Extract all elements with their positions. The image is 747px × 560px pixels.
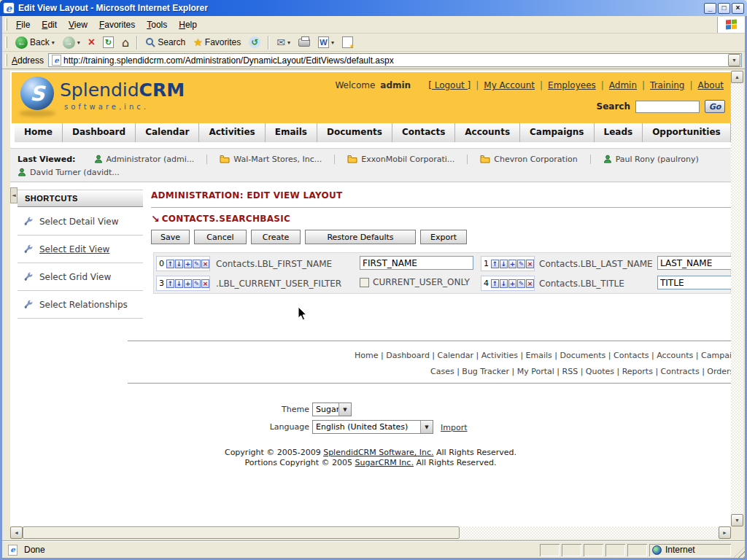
word-edit-button[interactable]: W ▾ xyxy=(315,36,337,49)
about-link[interactable]: About xyxy=(698,80,724,90)
add-field-button[interactable]: + xyxy=(508,279,516,288)
scroll-down-arrow[interactable]: ▼ xyxy=(731,514,743,526)
tab-activities[interactable]: Activities xyxy=(199,123,265,142)
scroll-up-arrow[interactable]: ▲ xyxy=(731,71,743,83)
sidebar-item-select-edit-view[interactable]: Select Edit View xyxy=(18,236,143,263)
menu-view[interactable]: View xyxy=(63,18,93,32)
address-input[interactable] xyxy=(63,55,728,66)
training-link[interactable]: Training xyxy=(650,80,684,90)
last-viewed-item[interactable]: ExxonMobil Corporati... xyxy=(347,155,454,164)
splendidcrm-logo-icon[interactable]: S xyxy=(20,77,54,110)
tab-leads[interactable]: Leads xyxy=(595,123,643,142)
horizontal-scroll-thumb[interactable] xyxy=(23,526,460,539)
export-button[interactable]: Export xyxy=(420,230,467,244)
import-link[interactable]: Import xyxy=(441,423,468,432)
last-viewed-item[interactable]: Administrator (admi... xyxy=(94,155,195,164)
edit-field-button[interactable]: ✎ xyxy=(193,279,201,288)
sidebar-item-select-grid-view[interactable]: Select Grid View xyxy=(18,263,143,291)
chevron-down-icon[interactable]: ▼ xyxy=(420,421,433,433)
title-input[interactable] xyxy=(657,276,731,289)
edit-field-button[interactable]: ✎ xyxy=(517,260,525,268)
move-down-button[interactable]: ↓ xyxy=(500,260,508,268)
move-down-button[interactable]: ↓ xyxy=(175,279,183,288)
move-down-button[interactable]: ↓ xyxy=(175,260,183,268)
maximize-button[interactable]: □ xyxy=(718,3,730,14)
sugarcrm-link[interactable]: SugarCRM Inc. xyxy=(355,458,414,467)
scroll-right-arrow[interactable]: ► xyxy=(719,526,731,539)
favorites-button[interactable]: ★ Favorites xyxy=(190,36,244,49)
search-go-button[interactable]: Go xyxy=(705,100,725,113)
forward-dropdown-icon[interactable]: ▾ xyxy=(77,39,80,46)
resize-grip[interactable] xyxy=(734,547,745,558)
delete-field-button[interactable]: × xyxy=(201,260,209,268)
print-button[interactable] xyxy=(295,38,313,47)
last-viewed-item[interactable]: David Turner (davidt... xyxy=(18,168,120,177)
tab-opportunities[interactable]: Opportunities xyxy=(643,123,731,142)
splendidcrm-link[interactable]: SplendidCRM Software, Inc. xyxy=(323,448,433,457)
address-dropdown-button[interactable]: ▼ xyxy=(728,54,740,66)
cancel-button[interactable]: Cancel xyxy=(194,230,247,244)
theme-select[interactable]: Sugar ▼ xyxy=(312,402,352,416)
move-down-button[interactable]: ↓ xyxy=(500,279,508,288)
history-button[interactable]: ↺ xyxy=(246,36,263,49)
create-button[interactable]: Create xyxy=(251,230,301,244)
header-search-input[interactable] xyxy=(635,101,700,113)
edit-button[interactable]: ★ xyxy=(339,36,356,49)
save-button[interactable]: Save xyxy=(151,230,190,244)
first-name-input[interactable] xyxy=(360,256,473,270)
footer-nav-links-row2[interactable]: Cases | Bug Tracker | My Portal | RSS | … xyxy=(430,367,731,376)
refresh-button[interactable]: ↻ xyxy=(100,36,117,49)
move-up-button[interactable]: ↑ xyxy=(166,279,174,288)
move-up-button[interactable]: ↑ xyxy=(166,260,174,268)
tab-emails[interactable]: Emails xyxy=(266,123,317,142)
restore-defaults-button[interactable]: Restore Defaults xyxy=(305,230,416,244)
vertical-scrollbar[interactable]: ▲ ▼ xyxy=(731,71,743,526)
sidebar-item-select-relationships[interactable]: Select Relationships xyxy=(18,291,143,319)
admin-link[interactable]: Admin xyxy=(609,80,637,90)
forward-button[interactable]: → ▾ xyxy=(60,36,83,50)
menu-tools[interactable]: Tools xyxy=(141,18,173,32)
home-button[interactable]: ⌂ xyxy=(119,35,132,50)
sidebar-item-select-detail-view[interactable]: Select Detail View xyxy=(18,208,143,236)
tab-dashboard[interactable]: Dashboard xyxy=(63,123,136,142)
logout-link[interactable]: [ Logout ] xyxy=(428,80,471,90)
mail-button[interactable]: ✉ ▾ xyxy=(274,36,293,49)
last-viewed-item[interactable]: Wal-Mart Stores, Inc... xyxy=(220,155,322,164)
menu-help[interactable]: Help xyxy=(173,18,203,32)
my-account-link[interactable]: My Account xyxy=(484,80,535,90)
delete-field-button[interactable]: × xyxy=(526,279,534,288)
current-user-only-checkbox[interactable] xyxy=(360,278,369,287)
chevron-down-icon[interactable]: ▼ xyxy=(338,403,351,416)
move-up-button[interactable]: ↑ xyxy=(491,260,499,268)
last-viewed-item[interactable]: Chevron Corporation xyxy=(480,155,577,164)
add-field-button[interactable]: + xyxy=(184,260,192,268)
add-field-button[interactable]: + xyxy=(184,279,192,288)
language-select[interactable]: English (United States) ▼ xyxy=(312,420,433,434)
tab-campaigns[interactable]: Campaigns xyxy=(520,123,594,142)
mail-dropdown-icon[interactable]: ▾ xyxy=(287,39,290,46)
menu-file[interactable]: File xyxy=(10,18,36,32)
back-dropdown-icon[interactable]: ▾ xyxy=(52,39,55,46)
horizontal-scrollbar[interactable]: ◄ ► xyxy=(10,526,731,539)
last-name-input[interactable] xyxy=(657,256,731,270)
back-button[interactable]: ← Back ▾ xyxy=(12,36,58,50)
tab-calendar[interactable]: Calendar xyxy=(136,123,199,142)
tab-contacts[interactable]: Contacts xyxy=(392,123,455,142)
minimize-button[interactable]: _ xyxy=(704,3,716,14)
delete-field-button[interactable]: × xyxy=(526,260,534,268)
sidebar-collapse-button[interactable]: ◄ xyxy=(10,187,18,203)
move-up-button[interactable]: ↑ xyxy=(491,279,499,288)
search-button[interactable]: Search xyxy=(142,36,188,48)
tab-home[interactable]: Home xyxy=(15,123,63,142)
vertical-scroll-track[interactable] xyxy=(731,83,743,514)
footer-nav-links-row1[interactable]: Home | Dashboard | Calendar | Activities… xyxy=(355,351,731,360)
edit-field-button[interactable]: ✎ xyxy=(517,279,525,288)
last-viewed-item[interactable]: Paul Rony (paulrony) xyxy=(603,155,699,164)
employees-link[interactable]: Employees xyxy=(548,80,596,90)
edit-field-button[interactable]: ✎ xyxy=(193,260,201,268)
tab-documents[interactable]: Documents xyxy=(317,123,392,142)
tab-accounts[interactable]: Accounts xyxy=(455,123,520,142)
close-button[interactable]: × xyxy=(732,3,744,14)
menu-favorites[interactable]: Favorites xyxy=(93,18,141,32)
stop-button[interactable]: × xyxy=(85,36,98,49)
